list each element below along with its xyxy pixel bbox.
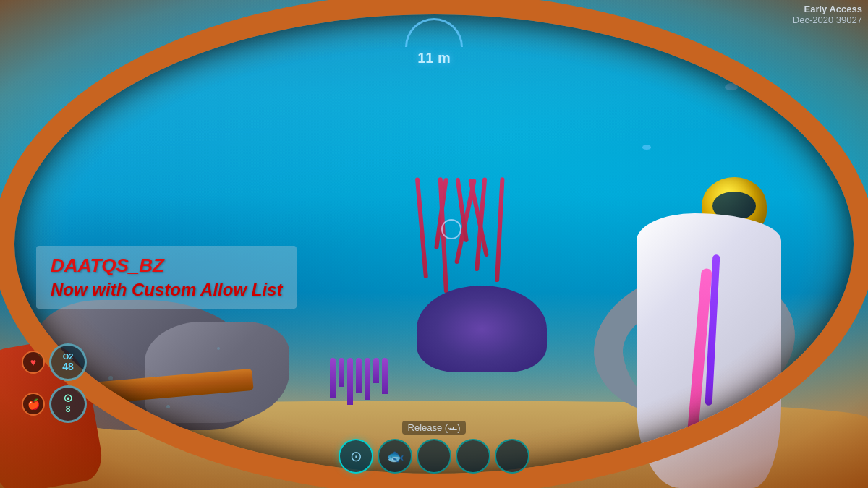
red-arm-body <box>0 335 106 488</box>
plant-blade <box>347 358 353 405</box>
seaweed-stems <box>424 177 499 293</box>
red-arm <box>0 307 130 488</box>
player-character <box>593 199 796 488</box>
particle-2 <box>217 347 220 350</box>
plant-blade <box>339 358 344 387</box>
ground-plants-left <box>330 358 388 405</box>
coral-cluster <box>417 286 547 372</box>
bg-fish-2 <box>642 145 651 150</box>
plant-blade <box>365 358 370 400</box>
plant-blade <box>356 358 362 393</box>
mod-subtitle: Now with Custom Allow List <box>51 280 282 300</box>
mod-label-overlay: DAATQS_BZ Now with Custom Allow List <box>36 246 297 309</box>
game-viewport: 11 m Early Access Dec-2020 39027 ♥ O2 48 <box>0 0 868 488</box>
fish <box>642 145 651 150</box>
fish <box>725 83 738 90</box>
suit <box>637 213 781 488</box>
coral-base <box>417 286 547 372</box>
plant-blade <box>330 358 336 398</box>
particle-3 <box>166 405 170 408</box>
mod-title: DAATQS_BZ <box>51 254 282 277</box>
plant-blade <box>382 358 388 394</box>
bg-fish-1 <box>725 83 738 90</box>
plant-blade <box>373 358 379 383</box>
